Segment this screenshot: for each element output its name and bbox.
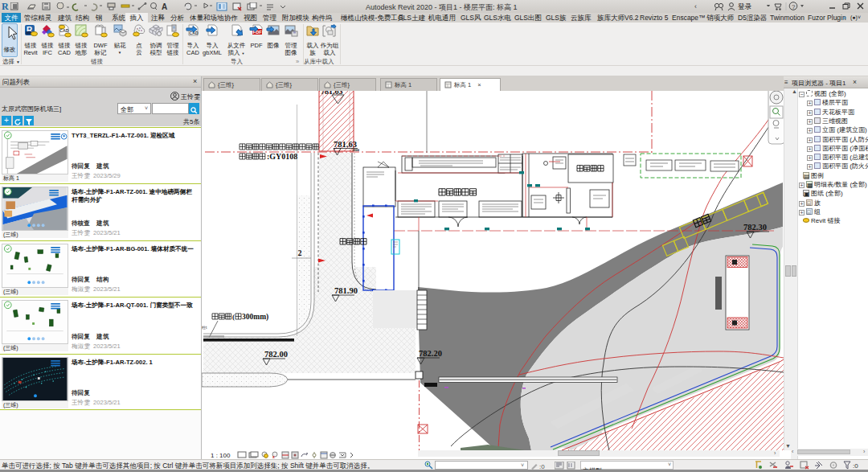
svg-text:登录: 登录 (738, 2, 752, 10)
svg-text:782.20: 782.20 (419, 349, 442, 358)
svg-text:781.90: 781.90 (334, 286, 358, 295)
svg-text:A: A (162, 2, 167, 11)
svg-text:?: ? (792, 3, 796, 10)
svg-text:1800: 1800 (352, 148, 360, 152)
svg-text::0: :0 (539, 463, 545, 470)
svg-text:2: 2 (298, 248, 302, 257)
svg-text:782.00: 782.00 (264, 350, 288, 359)
svg-text:300mm): 300mm) (242, 313, 268, 322)
svg-text::0: :0 (853, 462, 858, 470)
svg-text::GY0108: :GY0108 (267, 152, 297, 161)
svg-text:782.30: 782.30 (743, 223, 767, 232)
svg-text:(: ( (232, 313, 235, 321)
svg-text:柱t: 柱t (202, 325, 207, 330)
